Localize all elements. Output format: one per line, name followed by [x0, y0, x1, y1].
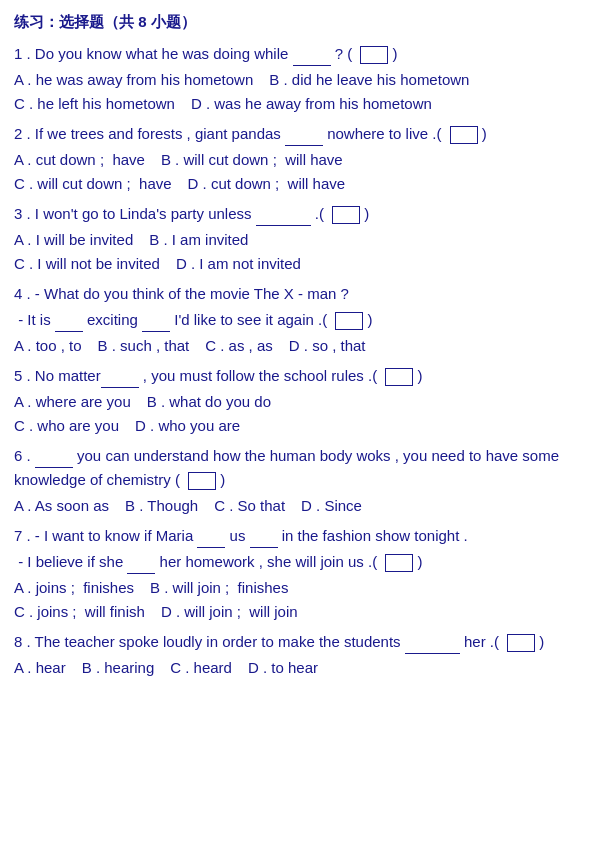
q3-answer — [332, 206, 360, 224]
q4-answer — [335, 312, 363, 330]
q4-optD: D . so , that — [289, 334, 366, 358]
q6-optC: C . So that — [214, 494, 285, 518]
q2-optC: C . will cut down ; have — [14, 172, 172, 196]
q4-optB: B . such , that — [98, 334, 190, 358]
q5-optD: D . who you are — [135, 414, 240, 438]
question-6: 6 . you can understand how the human bod… — [14, 444, 582, 518]
question-7: 7 . - I want to know if Maria us in the … — [14, 524, 582, 624]
q4-blank2 — [142, 318, 170, 332]
q6-text: 6 . you can understand how the human bod… — [14, 444, 582, 492]
q7-answer — [385, 554, 413, 572]
question-3: 3 . I won't go to Linda's party unless .… — [14, 202, 582, 276]
q5-optC: C . who are you — [14, 414, 119, 438]
q7-text2: - I believe if she her homework , she wi… — [14, 550, 582, 574]
q1-optD: D . was he away from his hometown — [191, 92, 432, 116]
q1-optC: C . he left his hometown — [14, 92, 175, 116]
q6-optA: A . As soon as — [14, 494, 109, 518]
q7-options-row2: C . joins ; will finish D . will join ; … — [14, 600, 582, 624]
q6-optB: B . Though — [125, 494, 198, 518]
q4-optA: A . too , to — [14, 334, 82, 358]
q6-answer — [188, 472, 216, 490]
q8-text: 8 . The teacher spoke loudly in order to… — [14, 630, 582, 654]
q7-options-row1: A . joins ; finishes B . will join ; fin… — [14, 576, 582, 600]
question-4: 4 . - What do you think of the movie The… — [14, 282, 582, 358]
q4-text2: - It is exciting I'd like to see it agai… — [14, 308, 582, 332]
title: 练习：选择题（共 8 小题） — [14, 10, 582, 34]
question-2: 2 . If we trees and forests , giant pand… — [14, 122, 582, 196]
q3-options-row2: C . I will not be invited D . I am not i… — [14, 252, 582, 276]
q3-options-row1: A . I will be invited B . I am invited — [14, 228, 582, 252]
q8-options-row1: A . hear B . hearing C . heard D . to he… — [14, 656, 582, 680]
q7-optA: A . joins ; finishes — [14, 576, 134, 600]
q2-answer — [450, 126, 478, 144]
q4-options-row1: A . too , to B . such , that C . as , as… — [14, 334, 582, 358]
q2-optA: A . cut down ; have — [14, 148, 145, 172]
q8-blank — [405, 640, 460, 654]
q8-optA: A . hear — [14, 656, 66, 680]
q2-optD: D . cut down ; will have — [188, 172, 346, 196]
q5-optA: A . where are you — [14, 390, 131, 414]
q2-optB: B . will cut down ; will have — [161, 148, 343, 172]
q6-options-row1: A . As soon as B . Though C . So that D … — [14, 494, 582, 518]
q2-text: 2 . If we trees and forests , giant pand… — [14, 122, 582, 146]
q4-text1: 4 . - What do you think of the movie The… — [14, 282, 582, 306]
q5-answer — [385, 368, 413, 386]
q1-optA: A . he was away from his hometown — [14, 68, 253, 92]
q7-text1: 7 . - I want to know if Maria us in the … — [14, 524, 582, 548]
q5-options-row1: A . where are you B . what do you do — [14, 390, 582, 414]
q3-text: 3 . I won't go to Linda's party unless .… — [14, 202, 582, 226]
question-1: 1 . Do you know what he was doing while … — [14, 42, 582, 116]
q1-options-row2: C . he left his hometown D . was he away… — [14, 92, 582, 116]
q7-optC: C . joins ; will finish — [14, 600, 145, 624]
q2-options-row2: C . will cut down ; have D . cut down ; … — [14, 172, 582, 196]
q1-text: 1 . Do you know what he was doing while … — [14, 42, 582, 66]
q7-blank3 — [127, 560, 155, 574]
q7-blank1 — [197, 534, 225, 548]
q3-optA: A . I will be invited — [14, 228, 133, 252]
q1-options-row1: A . he was away from his hometown B . di… — [14, 68, 582, 92]
q8-answer — [507, 634, 535, 652]
q6-optD: D . Since — [301, 494, 362, 518]
q2-blank — [285, 132, 323, 146]
q7-optB: B . will join ; finishes — [150, 576, 288, 600]
q3-optD: D . I am not invited — [176, 252, 301, 276]
q8-optC: C . heard — [170, 656, 232, 680]
q3-optB: B . I am invited — [149, 228, 248, 252]
q3-blank — [256, 212, 311, 226]
q6-blank — [35, 454, 73, 468]
q5-options-row2: C . who are you D . who you are — [14, 414, 582, 438]
q2-options-row1: A . cut down ; have B . will cut down ; … — [14, 148, 582, 172]
q8-optB: B . hearing — [82, 656, 155, 680]
question-8: 8 . The teacher spoke loudly in order to… — [14, 630, 582, 680]
q5-optB: B . what do you do — [147, 390, 271, 414]
question-5: 5 . No matter , you must follow the scho… — [14, 364, 582, 438]
q4-blank1 — [55, 318, 83, 332]
q4-optC: C . as , as — [205, 334, 273, 358]
q1-answer — [360, 46, 388, 64]
q1-blank — [293, 52, 331, 66]
q8-optD: D . to hear — [248, 656, 318, 680]
q5-blank — [101, 374, 139, 388]
q5-text: 5 . No matter , you must follow the scho… — [14, 364, 582, 388]
q1-optB: B . did he leave his hometown — [269, 68, 469, 92]
q7-blank2 — [250, 534, 278, 548]
q3-optC: C . I will not be invited — [14, 252, 160, 276]
q7-optD: D . will join ; will join — [161, 600, 298, 624]
